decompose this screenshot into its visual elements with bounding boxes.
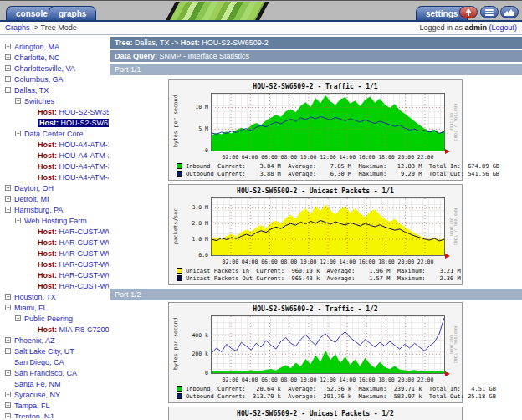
- tree-item-label[interactable]: Dallas, TX: [14, 86, 49, 95]
- tree-item-label[interactable]: Santa Fe, NM: [14, 380, 61, 388]
- expand-icon[interactable]: +: [5, 196, 11, 202]
- tree-item-label[interactable]: Host: HAR-CUST-WWW2: [38, 249, 109, 258]
- collapse-icon[interactable]: −: [5, 207, 11, 213]
- sidebar-item[interactable]: +Salt Lake City, UT: [3, 346, 109, 356]
- sidebar-item[interactable]: +San Francisco, CA: [3, 367, 109, 378]
- sidebar-item[interactable]: +Phoenix, AZ: [3, 335, 109, 346]
- tree-item-label[interactable]: Trenton, NJ: [14, 412, 54, 419]
- tree-item-label[interactable]: Charlotte, NC: [14, 54, 60, 62]
- sidebar-item-host[interactable]: Host: HOU-S2-SW3548-1: [3, 106, 109, 117]
- expand-icon[interactable]: +: [5, 348, 11, 354]
- tree-item-label[interactable]: Host: HOU-A4-ATM-3: [38, 162, 109, 171]
- expand-icon[interactable]: +: [5, 76, 11, 82]
- sidebar-item[interactable]: +Houston, TX: [3, 291, 109, 302]
- graph-image[interactable]: 0200 k400 k: [211, 315, 445, 374]
- sidebar-item[interactable]: +Columbus, GA: [3, 74, 109, 85]
- collapse-icon[interactable]: −: [15, 98, 21, 104]
- list-view-icon[interactable]: [480, 6, 499, 18]
- breadcrumb-graphs-link[interactable]: Graphs: [5, 23, 30, 32]
- tree-item-label[interactable]: Dayton, OH: [14, 184, 54, 192]
- tree-item-label[interactable]: Tampa, FL: [14, 402, 50, 410]
- graph-image[interactable]: 05 M10 M: [211, 93, 445, 151]
- sidebar-item[interactable]: −Dallas, TX: [3, 85, 109, 95]
- tree-item-label[interactable]: Data Center Core: [24, 130, 84, 138]
- sidebar-item-host[interactable]: Host: HOU-A4-ATM-4: [3, 172, 109, 182]
- tree-item-label[interactable]: Columbus, GA: [14, 75, 64, 84]
- tree-item-label[interactable]: Web Hosting Farm: [24, 217, 87, 225]
- sidebar-item[interactable]: +Trenton, NJ: [3, 411, 109, 418]
- expand-icon[interactable]: +: [5, 337, 11, 343]
- tree-item-label[interactable]: Detroit, MI: [14, 195, 49, 203]
- tree-item-label[interactable]: Host: HAR-CUST-WWW4: [38, 271, 109, 279]
- expand-icon[interactable]: +: [5, 370, 11, 376]
- tree-item-label[interactable]: San Francisco, CA: [14, 369, 77, 377]
- sidebar-item[interactable]: +Syracuse, NY: [3, 389, 109, 400]
- tree-item-label[interactable]: Host: MIA-R8-C7200-3: [38, 325, 109, 334]
- sidebar-item-host[interactable]: Host: HOU-A4-ATM-3: [3, 161, 109, 172]
- tree-view-icon[interactable]: [459, 6, 478, 18]
- sidebar-item[interactable]: +Arlington, MA: [3, 41, 109, 52]
- sidebar-item[interactable]: +Charlottesville, VA: [3, 63, 109, 74]
- sidebar-item-host[interactable]: Host: HAR-CUST-WWW0: [3, 226, 109, 237]
- tree-item-label[interactable]: Miami, FL: [14, 304, 48, 312]
- tree-item-label[interactable]: Host: HOU-S2-SW6509-2: [38, 119, 109, 127]
- sidebar-item[interactable]: −Harrisburg, PA: [3, 204, 109, 215]
- sidebar-item[interactable]: +Detroit, MI: [3, 193, 109, 204]
- logout-link[interactable]: (Logout): [489, 23, 517, 32]
- collapse-icon[interactable]: −: [15, 218, 21, 223]
- tree-item-label[interactable]: Host: HOU-A4-ATM-2: [38, 151, 109, 160]
- tree-item-label[interactable]: Harrisburg, PA: [14, 206, 63, 214]
- graph-panel[interactable]: HOU-S2-SW6509-2 - Unicast Packets - 1/1p…: [168, 184, 463, 285]
- sidebar-item-host[interactable]: Host: HOU-A4-ATM-2: [3, 150, 109, 161]
- sidebar-item-host[interactable]: Host: HAR-CUST-WWW4: [3, 269, 109, 280]
- tree-item-label[interactable]: Phoenix, AZ: [14, 336, 55, 345]
- collapse-icon[interactable]: −: [5, 305, 11, 310]
- sidebar-item[interactable]: −Web Hosting Farm: [3, 215, 109, 226]
- preview-graphs-icon[interactable]: [500, 6, 519, 18]
- sidebar-item[interactable]: −Miami, FL: [3, 302, 109, 313]
- sidebar-item-host[interactable]: Host: HAR-CUST-WWW3: [3, 259, 109, 269]
- collapse-icon[interactable]: −: [5, 87, 11, 93]
- sidebar-item-host[interactable]: Host: HAR-CUST-WWW5: [3, 280, 109, 291]
- tree-item-label[interactable]: Host: HOU-A4-ATM-4: [38, 173, 109, 182]
- sidebar-item[interactable]: San Diego, CA: [3, 356, 109, 367]
- sidebar-item-host[interactable]: Host: HAR-CUST-WWW2: [3, 248, 109, 259]
- sidebar-item-host[interactable]: Host: HOU-A4-ATM-1: [3, 139, 109, 150]
- sidebar-item[interactable]: +Tampa, FL: [3, 400, 109, 411]
- graph-image[interactable]: 0.01.0 M2.0 M3.0 M: [211, 197, 445, 256]
- sidebar-item[interactable]: −Public Peering: [3, 313, 109, 324]
- expand-icon[interactable]: +: [5, 65, 11, 71]
- sidebar-item[interactable]: −Data Center Core: [3, 128, 109, 139]
- tree-item-label[interactable]: Host: HAR-CUST-WWW1: [38, 238, 109, 247]
- tree-item-label[interactable]: Switches: [24, 97, 54, 105]
- tree-item-label[interactable]: Arlington, MA: [14, 43, 59, 51]
- expand-icon[interactable]: +: [5, 294, 11, 300]
- tab-graphs[interactable]: graphs: [49, 6, 96, 20]
- sidebar-item-host[interactable]: Host: MIA-R8-C7200-3: [3, 324, 109, 335]
- expand-icon[interactable]: +: [5, 185, 11, 191]
- tree-item-label[interactable]: Syracuse, NY: [14, 391, 60, 399]
- collapse-icon[interactable]: −: [15, 131, 21, 136]
- tree-item-label[interactable]: Host: HOU-A4-ATM-1: [38, 141, 109, 149]
- sidebar-item[interactable]: +Charlotte, NC: [3, 52, 109, 63]
- tree-item-label[interactable]: Host: HAR-CUST-WWW0: [38, 228, 109, 236]
- tree-item-label[interactable]: Houston, TX: [14, 293, 56, 301]
- tree-item-label[interactable]: San Diego, CA: [14, 358, 64, 366]
- expand-icon[interactable]: +: [5, 402, 11, 408]
- sidebar-item[interactable]: −Switches: [3, 95, 109, 106]
- tree-item-label[interactable]: Host: HOU-S2-SW3548-1: [38, 108, 109, 116]
- graph-panel[interactable]: HOU-S2-SW6509-2 - Traffic - 1/1bytes per…: [168, 79, 463, 181]
- expand-icon[interactable]: +: [5, 54, 11, 60]
- sidebar-item[interactable]: +Dayton, OH: [3, 182, 109, 193]
- sidebar-item-host[interactable]: Host: HAR-CUST-WWW1: [3, 237, 109, 248]
- collapse-icon[interactable]: −: [15, 315, 21, 321]
- graph-panel[interactable]: HOU-S2-SW6509-2 - Traffic - 1/2bytes per…: [168, 302, 463, 403]
- tree-item-label[interactable]: Salt Lake City, UT: [14, 347, 74, 356]
- tree-item-label[interactable]: Host: HAR-CUST-WWW3: [38, 260, 109, 269]
- tree-item-label[interactable]: Public Peering: [24, 315, 73, 323]
- graph-panel[interactable]: HOU-S2-SW6509-2 - Unicast Packets - 1/2p…: [168, 407, 463, 420]
- tree-item-label[interactable]: Host: HAR-CUST-WWW5: [38, 282, 109, 290]
- sidebar-item-host[interactable]: Host: HOU-S2-SW6509-2: [3, 117, 109, 128]
- expand-icon[interactable]: +: [5, 44, 11, 49]
- tree-item-label[interactable]: Charlottesville, VA: [14, 64, 75, 73]
